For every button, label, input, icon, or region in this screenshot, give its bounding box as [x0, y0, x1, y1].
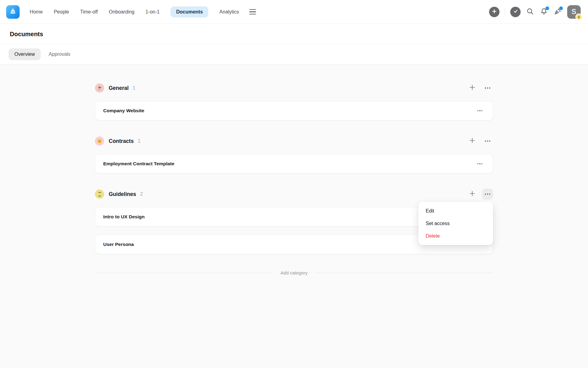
- ellipsis-icon: [485, 87, 490, 89]
- plus-icon: [492, 9, 497, 15]
- whats-new-badge: [559, 6, 563, 10]
- category-actions: [467, 82, 493, 94]
- tasks-button[interactable]: [510, 7, 521, 17]
- user-avatar[interactable]: S s: [567, 5, 581, 19]
- document-more-button[interactable]: [475, 108, 485, 114]
- document-title: Employment Contract Template: [103, 161, 174, 167]
- divider-line: [95, 273, 273, 273]
- category-name: Guidelines: [109, 191, 136, 197]
- menu-item-set-access[interactable]: Set access: [418, 217, 493, 230]
- ellipsis-icon: [477, 163, 483, 164]
- search-button[interactable]: [526, 8, 534, 16]
- category-general: General 1 Company Website: [95, 83, 493, 121]
- top-navigation: Home People Time-off Onboarding 1-on-1 D…: [0, 0, 588, 24]
- page-title: Documents: [10, 31, 43, 38]
- notifications-button[interactable]: [540, 8, 548, 16]
- documents-content: General 1 Company Website: [95, 64, 493, 275]
- category-name: Contracts: [109, 138, 134, 144]
- category-contracts: Contracts 1 Employment Contract Template: [95, 136, 493, 174]
- category-header: General 1: [95, 83, 493, 93]
- category-name: General: [109, 85, 129, 91]
- category-header: Guidelines 2: [95, 190, 493, 199]
- topbar-actions: S s: [489, 5, 581, 19]
- category-count: 1: [133, 85, 135, 91]
- category-more-button[interactable]: [482, 82, 493, 94]
- tab-approvals[interactable]: Approvals: [49, 48, 70, 60]
- menu-item-edit[interactable]: Edit: [418, 205, 493, 217]
- notifications-badge: [545, 6, 549, 10]
- nav-item-documents[interactable]: Documents: [171, 6, 208, 17]
- topbar-divider: [505, 7, 505, 17]
- hamburger-menu-icon[interactable]: [249, 9, 256, 15]
- plus-icon: [469, 84, 476, 92]
- app-logo[interactable]: [6, 5, 20, 19]
- document-card[interactable]: Employment Contract Template: [95, 154, 493, 174]
- nav-item-onboarding[interactable]: Onboarding: [109, 9, 134, 15]
- category-actions: [467, 136, 493, 147]
- document-more-button[interactable]: [475, 161, 485, 167]
- check-icon: [513, 9, 518, 15]
- add-document-button[interactable]: [467, 82, 478, 94]
- category-count: 1: [138, 138, 141, 144]
- nav-item-time-off[interactable]: Time-off: [80, 9, 98, 15]
- nav-item-1-on-1[interactable]: 1-on-1: [145, 9, 160, 15]
- document-list: Company Website: [95, 101, 493, 121]
- ellipsis-icon: [485, 194, 490, 195]
- category-more-button-active[interactable]: [482, 189, 493, 200]
- house-emoji-icon: [95, 83, 104, 93]
- add-category-button[interactable]: Add category: [95, 270, 493, 275]
- category-actions: [467, 189, 493, 200]
- document-title: Intro to UX Design: [103, 214, 145, 220]
- nav-item-analytics[interactable]: Analytics: [219, 9, 239, 15]
- sailboat-icon: [9, 7, 17, 17]
- tabs-bar: Overview Approvals: [0, 44, 588, 64]
- category-context-menu: Edit Set access Delete: [418, 202, 493, 245]
- category-count: 2: [140, 191, 143, 197]
- nav-item-people[interactable]: People: [54, 9, 69, 15]
- nav-item-home[interactable]: Home: [30, 9, 43, 15]
- document-title: User Persona: [103, 242, 134, 247]
- document-card[interactable]: Company Website: [95, 101, 493, 121]
- add-category-label: Add category: [281, 270, 307, 275]
- add-document-button[interactable]: [467, 189, 478, 200]
- category-more-button[interactable]: [482, 136, 493, 147]
- hourglass-emoji-icon: [95, 190, 104, 199]
- page-header: Documents: [0, 24, 588, 44]
- primary-nav: Home People Time-off Onboarding 1-on-1 D…: [30, 6, 239, 17]
- category-guidelines: Guidelines 2 Edit Set access Delete In: [95, 190, 493, 254]
- add-document-button[interactable]: [467, 136, 478, 147]
- confused-face-emoji-icon: [95, 136, 104, 146]
- menu-item-delete[interactable]: Delete: [418, 230, 493, 242]
- ellipsis-icon: [485, 140, 490, 142]
- document-title: Company Website: [103, 108, 144, 113]
- category-header: Contracts 1: [95, 136, 493, 146]
- avatar-status-badge: s: [575, 13, 582, 20]
- tab-overview[interactable]: Overview: [9, 48, 41, 60]
- whats-new-button[interactable]: [553, 8, 562, 16]
- divider-line: [315, 273, 493, 273]
- plus-icon: [469, 190, 476, 198]
- plus-icon: [469, 137, 476, 145]
- ellipsis-icon: [477, 110, 483, 111]
- search-icon: [526, 7, 534, 17]
- document-list: Employment Contract Template: [95, 154, 493, 174]
- quick-add-button[interactable]: [489, 7, 499, 17]
- avatar-initial: S: [571, 8, 576, 16]
